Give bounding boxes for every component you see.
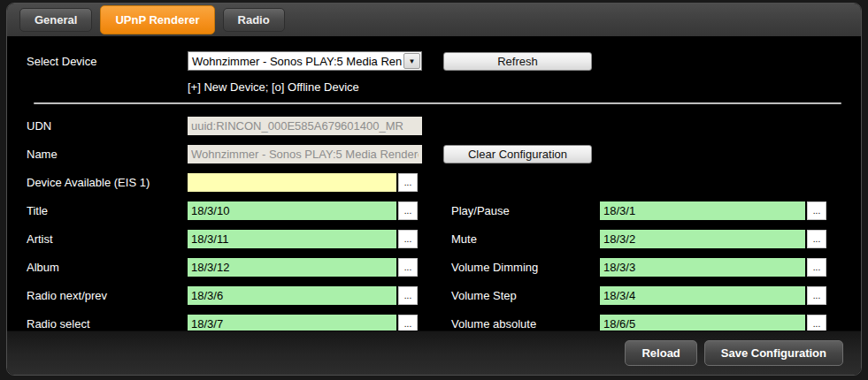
- ga-row: Album ... Volume Dimming ...: [27, 258, 861, 277]
- radio-select-field[interactable]: [188, 315, 396, 331]
- udn-row: UDN: [27, 117, 861, 135]
- tab-content: Select Device Wohnzimmer - Sonos PLAY:5 …: [7, 36, 861, 331]
- device-available-field[interactable]: [188, 173, 396, 192]
- app-panel: General UPnP Renderer Radio Select Devic…: [6, 3, 862, 376]
- footer-bar: Reload Save Configuration: [7, 331, 861, 375]
- save-configuration-button[interactable]: Save Configuration: [704, 340, 843, 366]
- radio-next-prev-field[interactable]: [188, 286, 396, 305]
- name-label: Name: [27, 148, 188, 161]
- udn-label: UDN: [27, 119, 188, 133]
- volume-step-field[interactable]: [600, 286, 805, 305]
- title-field[interactable]: [188, 201, 396, 220]
- artist-label: Artist: [27, 232, 188, 246]
- mute-field[interactable]: [600, 230, 805, 248]
- device-hint-text: [+] New Device; [o] Offline Device: [188, 80, 861, 94]
- title-label: Title: [27, 204, 188, 217]
- tab-radio[interactable]: Radio: [223, 8, 285, 32]
- play-pause-label: Play/Pause: [451, 204, 600, 217]
- ga-row: Radio select ... Volume absolute ...: [27, 315, 861, 331]
- browse-button[interactable]: ...: [398, 173, 418, 192]
- browse-button[interactable]: ...: [807, 230, 826, 248]
- browse-button[interactable]: ...: [807, 201, 826, 220]
- ga-row: Title ... Play/Pause ...: [27, 201, 861, 220]
- volume-step-label: Volume Step: [451, 289, 600, 302]
- refresh-button[interactable]: Refresh: [443, 52, 592, 71]
- tab-general[interactable]: General: [19, 8, 92, 32]
- radio-next-prev-label: Radio next/prev: [27, 289, 188, 302]
- browse-button[interactable]: ...: [398, 315, 418, 331]
- chevron-down-icon[interactable]: ▼: [403, 53, 420, 69]
- browse-button[interactable]: ...: [807, 286, 826, 305]
- ga-row: Radio next/prev ... Volume Step ...: [27, 286, 861, 305]
- volume-absolute-label: Volume absolute: [451, 317, 600, 331]
- name-row: Name Clear Configuration: [27, 145, 861, 163]
- device-select-value: Wohnzimmer - Sonos PLAY:5 Media Ren: [188, 55, 403, 68]
- ga-row: Artist ... Mute ...: [27, 230, 861, 248]
- separator: [34, 103, 841, 104]
- udn-field: [188, 117, 422, 135]
- mute-label: Mute: [451, 232, 600, 246]
- browse-button[interactable]: ...: [807, 315, 826, 331]
- clear-configuration-button[interactable]: Clear Configuration: [443, 145, 592, 163]
- radio-select-label: Radio select: [27, 317, 188, 331]
- volume-absolute-field[interactable]: [600, 315, 805, 331]
- volume-dimming-field[interactable]: [600, 258, 805, 277]
- select-device-row: Select Device Wohnzimmer - Sonos PLAY:5 …: [27, 51, 861, 71]
- device-select-dropdown[interactable]: Wohnzimmer - Sonos PLAY:5 Media Ren ▼: [188, 51, 422, 71]
- browse-button[interactable]: ...: [398, 201, 418, 220]
- album-field[interactable]: [188, 258, 396, 277]
- artist-field[interactable]: [188, 230, 396, 248]
- play-pause-field[interactable]: [600, 201, 805, 220]
- browse-button[interactable]: ...: [807, 258, 826, 277]
- device-available-label: Device Available (EIS 1): [27, 176, 188, 189]
- browse-button[interactable]: ...: [398, 258, 418, 277]
- reload-button[interactable]: Reload: [625, 340, 696, 366]
- volume-dimming-label: Volume Dimming: [451, 261, 600, 274]
- device-available-row: Device Available (EIS 1) ...: [27, 173, 861, 192]
- select-device-label: Select Device: [27, 55, 188, 68]
- tab-bar: General UPnP Renderer Radio: [7, 4, 861, 36]
- tab-upnp-renderer[interactable]: UPnP Renderer: [100, 5, 214, 34]
- browse-button[interactable]: ...: [398, 286, 418, 305]
- browse-button[interactable]: ...: [398, 230, 418, 248]
- name-field: [188, 145, 422, 163]
- album-label: Album: [27, 261, 188, 274]
